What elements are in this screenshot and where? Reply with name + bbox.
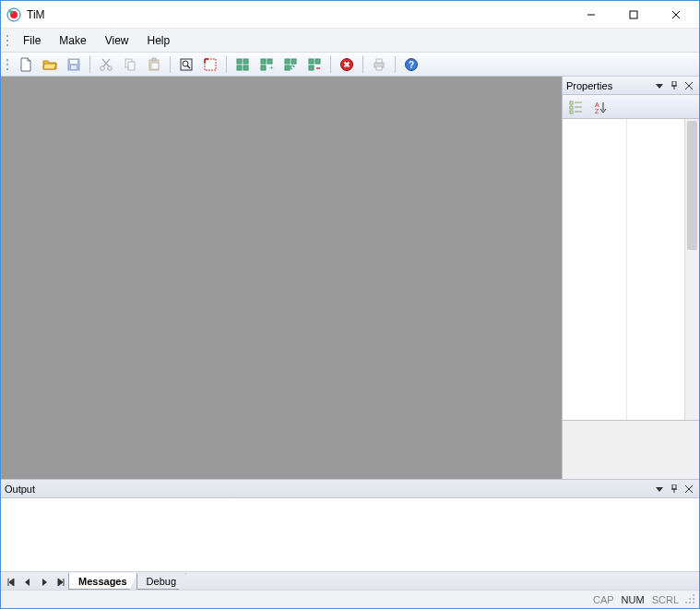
- paste-button[interactable]: [143, 54, 165, 75]
- status-scrl: SCRL: [652, 594, 679, 605]
- layout-plus-icon: +: [259, 57, 274, 72]
- menubar-gripper[interactable]: [5, 32, 10, 49]
- tab-debug[interactable]: Debug: [136, 573, 186, 590]
- svg-point-65: [693, 598, 694, 600]
- new-file-button[interactable]: [15, 54, 37, 75]
- properties-description: [563, 420, 699, 479]
- svg-point-63: [693, 602, 694, 603]
- output-panel: Output Messages Debug: [1, 479, 699, 590]
- toolbar-separator: [170, 56, 171, 73]
- svg-line-19: [187, 66, 190, 68]
- svg-rect-20: [205, 59, 216, 70]
- select-region-button[interactable]: [199, 54, 221, 75]
- svg-rect-34: [309, 66, 314, 70]
- panel-dropdown-icon[interactable]: [653, 483, 666, 496]
- layout-button-4[interactable]: [303, 54, 326, 75]
- status-cap: CAP: [593, 594, 614, 605]
- title-bar: TiM: [1, 1, 699, 29]
- toolbar: + ?: [1, 53, 699, 77]
- output-title: Output: [5, 484, 651, 495]
- panel-pin-icon[interactable]: [668, 79, 681, 92]
- svg-point-64: [689, 602, 691, 603]
- close-button[interactable]: [655, 1, 697, 28]
- svg-point-67: [689, 598, 691, 600]
- cut-icon: [99, 57, 113, 72]
- layout-button-3[interactable]: [279, 54, 302, 75]
- svg-point-66: [685, 602, 687, 603]
- properties-panel: Properties AZ: [562, 77, 699, 479]
- toolbar-gripper[interactable]: [5, 56, 10, 73]
- print-button[interactable]: [368, 54, 390, 75]
- layout-refresh-icon: [283, 57, 298, 72]
- svg-text:Z: Z: [595, 108, 599, 114]
- save-icon: [66, 57, 81, 72]
- output-header[interactable]: Output: [1, 480, 699, 498]
- toolbar-separator: [89, 56, 90, 73]
- output-body[interactable]: [1, 498, 699, 571]
- maximize-button[interactable]: [612, 1, 655, 28]
- svg-rect-49: [570, 102, 573, 104]
- properties-alphabetical-button[interactable]: AZ: [590, 97, 611, 117]
- svg-rect-9: [71, 66, 77, 69]
- panel-pin-icon[interactable]: [668, 483, 681, 496]
- svg-rect-25: [261, 59, 266, 64]
- svg-rect-44: [672, 81, 676, 86]
- toolbar-separator: [362, 56, 363, 73]
- properties-header[interactable]: Properties: [563, 77, 699, 95]
- open-folder-icon: [42, 57, 57, 72]
- svg-rect-13: [128, 62, 135, 70]
- svg-rect-8: [70, 60, 77, 64]
- svg-text:A: A: [595, 102, 599, 108]
- stop-button[interactable]: [336, 54, 358, 75]
- panel-close-icon[interactable]: [682, 483, 695, 496]
- layout-button-1[interactable]: [231, 54, 254, 75]
- toolbar-separator: [395, 56, 396, 73]
- panel-dropdown-icon[interactable]: [653, 79, 666, 92]
- cut-button[interactable]: [95, 54, 117, 75]
- toolbar-separator: [226, 56, 227, 73]
- alphabetical-icon: AZ: [593, 100, 608, 114]
- help-icon: ?: [404, 57, 419, 72]
- menu-help[interactable]: Help: [137, 31, 179, 50]
- scrollbar-thumb[interactable]: [687, 121, 697, 250]
- properties-name-column: [563, 119, 627, 420]
- svg-rect-24: [243, 66, 248, 70]
- properties-title: Properties: [566, 80, 651, 91]
- menu-view[interactable]: View: [96, 31, 138, 50]
- zoom-box-icon: [179, 57, 194, 72]
- svg-rect-29: [285, 59, 290, 64]
- properties-grid[interactable]: [563, 119, 699, 420]
- open-button[interactable]: [39, 54, 61, 75]
- workspace[interactable]: [1, 77, 562, 479]
- zoom-box-button[interactable]: [175, 54, 197, 75]
- tab-messages[interactable]: Messages: [68, 573, 137, 590]
- toolbar-separator: [330, 56, 331, 73]
- status-num: NUM: [622, 594, 645, 605]
- properties-scrollbar[interactable]: [684, 119, 699, 420]
- properties-categorized-button[interactable]: [566, 97, 587, 117]
- tab-messages-label: Messages: [78, 576, 127, 587]
- svg-rect-33: [315, 59, 320, 64]
- svg-rect-23: [237, 66, 242, 70]
- tab-nav-first[interactable]: [4, 575, 18, 590]
- help-button[interactable]: ?: [400, 54, 422, 75]
- properties-value-column: [627, 119, 684, 420]
- menu-file[interactable]: File: [14, 31, 50, 50]
- copy-icon: [123, 57, 137, 72]
- menu-make[interactable]: Make: [50, 31, 95, 50]
- tab-nav-last[interactable]: [53, 575, 68, 590]
- save-button[interactable]: [63, 54, 85, 75]
- svg-rect-41: [376, 66, 382, 70]
- svg-rect-30: [291, 59, 296, 64]
- print-icon: [372, 57, 386, 72]
- panel-close-icon[interactable]: [682, 79, 695, 92]
- layout-button-2[interactable]: +: [255, 54, 278, 75]
- tab-debug-label: Debug: [147, 576, 176, 587]
- copy-button[interactable]: [119, 54, 141, 75]
- minimize-button[interactable]: [570, 1, 612, 28]
- tab-nav-prev[interactable]: [20, 575, 35, 590]
- svg-point-68: [693, 594, 694, 596]
- categorized-icon: [569, 100, 584, 114]
- resize-grip-icon[interactable]: [684, 593, 695, 606]
- tab-nav-next[interactable]: [37, 575, 52, 590]
